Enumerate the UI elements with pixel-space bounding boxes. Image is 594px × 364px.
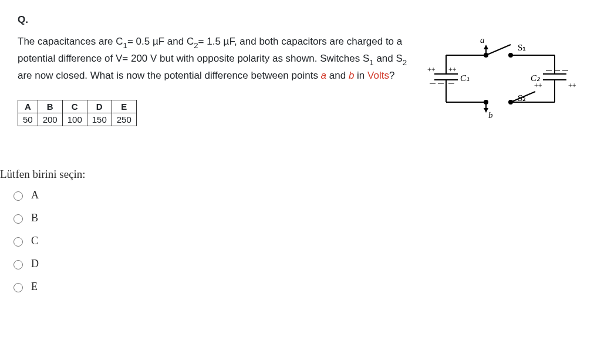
svg-marker-17 [484,108,488,113]
table-cell: 150 [87,113,112,126]
option-label: C [31,235,38,247]
prompt-part: in [354,70,367,81]
option-label: D [31,258,39,270]
table-row: A B C D E [18,100,137,113]
a-label: a [480,35,485,45]
radio-a[interactable] [14,191,23,201]
table-cell: 100 [62,113,87,126]
question-block: Q. The capacitances are C1= 0.5 µF and C… [18,14,594,134]
plus-mark: ++ [448,66,457,74]
svg-point-13 [509,100,512,104]
prompt-part: ? [389,70,394,81]
point-b: b [349,70,354,81]
table-header: C [62,100,87,113]
prompt-part: and [326,70,349,81]
option-b[interactable]: B [11,212,594,224]
table-cell: 250 [112,113,136,126]
prompt-part: = 0.5 µF and C [127,36,194,47]
radio-e[interactable] [14,283,23,292]
option-d[interactable]: D [11,258,594,270]
question-label: Q. [18,14,411,26]
svg-marker-15 [484,45,488,49]
plus-mark: ++ [534,82,542,90]
svg-line-0 [486,45,511,55]
radio-d[interactable] [14,260,23,269]
point-a: a [321,70,326,81]
table-row: 50 200 100 150 250 [18,113,137,126]
option-a[interactable]: A [11,189,594,201]
prompt-part: The capacitances are C [18,36,123,47]
c1-label: C₁ [460,73,470,83]
s2-label: S₂ [518,93,526,103]
option-c[interactable]: C [11,235,594,247]
choose-label: Lütfen birini seçin: [0,168,594,181]
radio-c[interactable] [14,237,23,247]
circuit-svg: a b S₁ S₂ C₁ C₂ ++ ++ ++ ++ [423,32,587,132]
plus-mark: ++ [568,82,576,90]
option-label: E [31,281,38,293]
svg-point-2 [509,53,512,57]
table-header: D [87,100,112,113]
table-header: E [112,100,136,113]
table-cell: 50 [18,113,38,126]
subscript: 2 [403,58,407,67]
subscript: 1 [123,41,127,50]
subscript: 1 [369,58,373,67]
plus-mark: ++ [427,66,436,74]
table-cell: 200 [38,113,62,126]
volts-word: Volts [367,70,389,81]
radio-b[interactable] [14,214,23,224]
table-header: B [38,100,62,113]
question-text-column: Q. The capacitances are C1= 0.5 µF and C… [18,14,411,126]
b-label: b [488,110,493,120]
options-group: A B C D E [11,189,594,293]
prompt-part: are now closed. What is now the potentia… [18,70,321,81]
circuit-diagram: a b S₁ S₂ C₁ C₂ ++ ++ ++ ++ [423,32,587,134]
option-label: B [31,212,38,224]
page: Q. The capacitances are C1= 0.5 µF and C… [0,0,594,364]
table-header: A [18,100,38,113]
question-prompt: The capacitances are C1= 0.5 µF and C2= … [18,34,411,83]
option-label: A [31,189,39,201]
prompt-part: and S [374,53,403,64]
subscript: 2 [194,41,198,50]
option-e[interactable]: E [11,281,594,293]
answer-table: A B C D E 50 200 100 150 250 [18,100,137,126]
s1-label: S₁ [518,43,526,52]
